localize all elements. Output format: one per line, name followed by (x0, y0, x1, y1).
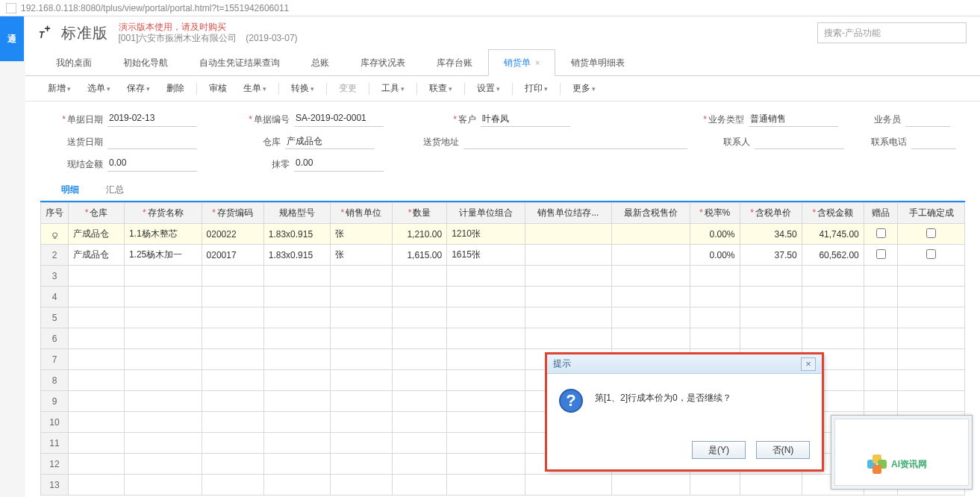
grid-header[interactable]: *仓库 (69, 203, 125, 224)
discount-input[interactable]: 0.00 (294, 157, 384, 172)
doc-no-input[interactable]: SA-2019-02-0001 (294, 112, 384, 127)
table-row[interactable]: ⍜产成品仓1.1杨木整芯0200221.83x0.915张1,210.00121… (41, 224, 965, 245)
contact-input[interactable] (755, 134, 844, 149)
toolbar-item[interactable]: 生单▾ (236, 79, 274, 98)
ship-date-input[interactable] (107, 134, 197, 149)
manual-checkbox[interactable] (926, 249, 936, 259)
chevron-down-icon: ▾ (263, 85, 266, 93)
thumbnail-preview[interactable]: AI资讯网 (831, 415, 973, 490)
doc-date-input[interactable]: 2019-02-13 (107, 112, 197, 127)
dialog-message: 第[1、2]行成本价为0，是否继续？ (595, 389, 731, 404)
tab-summary[interactable]: 汇总 (93, 179, 137, 201)
demo-note[interactable]: 演示版本使用，请及时购买 (119, 22, 298, 33)
nav-tab[interactable]: 库存台账 (421, 49, 488, 75)
address-bar: 192.168.0.118:8080/tplus/view/portal/por… (0, 0, 980, 16)
clerk-input[interactable] (905, 112, 950, 127)
grid-header[interactable]: *存货名称 (124, 203, 202, 224)
toolbar-item[interactable]: 保存▾ (119, 79, 157, 98)
toolbar-item[interactable]: 选单▾ (80, 79, 118, 98)
page-icon (6, 3, 16, 13)
tab-detail[interactable]: 明细 (48, 179, 93, 201)
dialog-no-button[interactable]: 否(N) (756, 441, 810, 459)
toolbar-item[interactable]: 新增▾ (40, 79, 78, 98)
left-sidebar-label: 通 (7, 33, 16, 46)
nav-tab[interactable]: 销货单明细表 (555, 49, 640, 75)
nav-tab[interactable]: 总账 (296, 49, 345, 75)
ship-addr-input[interactable] (464, 134, 687, 149)
chevron-down-icon: ▾ (107, 85, 110, 93)
grid-header[interactable]: 销售单位结存... (525, 203, 612, 224)
app-logo: T+ (39, 22, 51, 43)
close-icon[interactable]: × (535, 58, 540, 67)
gift-checkbox[interactable] (876, 249, 886, 259)
phone-input[interactable] (911, 134, 956, 149)
table-row[interactable]: 9 (41, 391, 965, 412)
watermark: AI资讯网 (867, 454, 927, 474)
dialog-yes-button[interactable]: 是(Y) (692, 441, 746, 459)
clerk-label: 业务员 (874, 114, 901, 125)
nav-tab[interactable]: 初始化导航 (107, 49, 184, 75)
grid-header[interactable]: *含税金额 (802, 203, 864, 224)
table-row[interactable]: 5 (41, 307, 965, 328)
grid-header[interactable]: 最新含税售价 (612, 203, 690, 224)
confirm-dialog: 提示 × ? 第[1、2]行成本价为0，是否继续？ 是(Y) 否(N) (546, 354, 823, 470)
search-input[interactable]: 搜索-产品功能 (817, 22, 967, 43)
chevron-down-icon: ▾ (310, 85, 314, 93)
customer-label: 客户 (458, 114, 476, 125)
table-row[interactable]: 8 (41, 370, 965, 391)
phone-label: 联系电话 (871, 137, 907, 147)
gift-checkbox[interactable] (876, 228, 886, 238)
biz-type-input[interactable]: 普通销售 (749, 112, 838, 127)
warehouse-label: 仓库 (263, 137, 281, 147)
nav-tab[interactable]: 库存状况表 (345, 49, 421, 75)
grid-header[interactable]: *销售单位 (330, 203, 392, 224)
table-row[interactable]: 12 (41, 454, 965, 475)
discount-label: 抹零 (272, 159, 290, 169)
biz-type-label: 业务类型 (708, 114, 744, 125)
nav-tab[interactable]: 自动生凭证结果查询 (184, 49, 296, 75)
cash-input[interactable]: 0.00 (107, 157, 197, 172)
chevron-down-icon: ▾ (496, 85, 500, 93)
toolbar-item[interactable]: 审核 (202, 79, 234, 98)
table-row[interactable]: 2产成品仓1.25杨木加一0200171.83x0.915张1,615.0016… (41, 245, 965, 266)
nav-tabs: 我的桌面初始化导航自动生凭证结果查询总账库存状况表库存台账销货单×销货单明细表 (25, 49, 980, 76)
table-row[interactable]: 13 (41, 475, 965, 496)
doc-date-label: 单据日期 (67, 114, 103, 125)
grid-header[interactable]: 规格型号 (263, 203, 330, 224)
row-indicator-icon: ⍜ (49, 229, 60, 240)
cash-label: 现结金额 (67, 159, 103, 169)
table-row[interactable]: 4 (41, 287, 965, 307)
grid-header[interactable]: 计量单位组合 (447, 203, 525, 224)
table-row[interactable]: 6 (41, 328, 965, 349)
toolbar: 新增▾选单▾保存▾删除审核生单▾转换▾变更工具▾联查▾设置▾打印▾更多▾ (25, 76, 980, 101)
grid-header[interactable]: *含税单价 (740, 203, 802, 224)
table-row[interactable]: 7 (41, 349, 965, 370)
toolbar-item[interactable]: 工具▾ (374, 79, 412, 98)
grid-header[interactable]: 手工确定成 (898, 203, 965, 224)
grid-header[interactable]: *存货编码 (202, 203, 263, 224)
chevron-down-icon: ▾ (401, 85, 405, 93)
contact-label: 联系人 (723, 137, 750, 147)
table-row[interactable]: 11 (41, 433, 965, 454)
table-row[interactable]: 10 (41, 412, 965, 433)
grid-header[interactable]: *数量 (392, 203, 446, 224)
toolbar-item[interactable]: 联查▾ (422, 79, 460, 98)
toolbar-item[interactable]: 打印▾ (517, 79, 555, 98)
grid-header[interactable]: 赠品 (864, 203, 897, 224)
toolbar-item[interactable]: 更多▾ (565, 79, 603, 98)
table-row[interactable]: 3 (41, 266, 965, 287)
grid-header[interactable]: 序号 (41, 203, 69, 224)
company-label: [001]六安市振洲木业有限公司 (2019-03-07) (119, 33, 298, 44)
manual-checkbox[interactable] (926, 228, 936, 238)
toolbar-item[interactable]: 设置▾ (469, 79, 508, 98)
customer-input[interactable]: 叶春凤 (481, 112, 570, 127)
nav-tab[interactable]: 销货单× (488, 49, 555, 76)
left-sidebar-badge[interactable]: 通 (0, 16, 24, 61)
grid-header[interactable]: *税率% (690, 203, 740, 224)
chevron-down-icon: ▾ (592, 85, 596, 93)
toolbar-item[interactable]: 删除 (159, 79, 192, 98)
dialog-close-button[interactable]: × (801, 357, 816, 371)
toolbar-item[interactable]: 转换▾ (284, 79, 322, 98)
nav-tab[interactable]: 我的桌面 (40, 49, 107, 75)
warehouse-input[interactable]: 产成品仓 (285, 134, 375, 149)
